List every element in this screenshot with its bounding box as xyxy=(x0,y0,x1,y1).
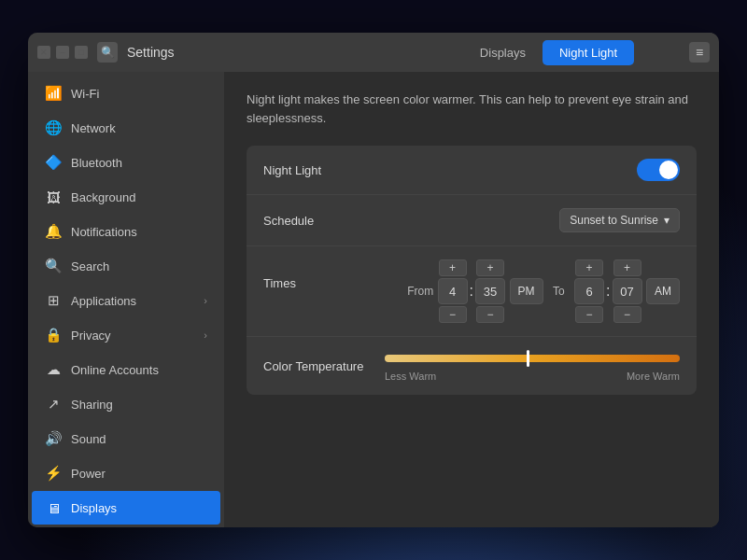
window-controls: ✕ – □ xyxy=(37,46,88,59)
sidebar-item-displays[interactable]: 🖥 Displays xyxy=(32,491,220,525)
power-icon: ⚡ xyxy=(45,465,62,482)
sidebar-item-bluetooth[interactable]: 🔷 Bluetooth xyxy=(32,146,220,179)
from-ampm-value[interactable]: PM xyxy=(510,278,543,304)
titlebar: ✕ – □ 🔍 Settings Displays Night Light ≡ xyxy=(28,33,719,72)
to-min-decrement[interactable]: − xyxy=(613,306,641,323)
chevron-right-icon: › xyxy=(204,329,207,341)
sharing-icon: ↗ xyxy=(45,396,62,413)
temperature-slider-group: Less Warm More Warm xyxy=(385,350,680,382)
background-icon: 🖼 xyxy=(45,189,62,205)
sound-icon: 🔊 xyxy=(45,430,62,447)
from-min-increment[interactable]: + xyxy=(476,259,504,276)
to-ampm-value[interactable]: AM xyxy=(646,278,680,304)
menu-button[interactable]: ≡ xyxy=(689,42,710,63)
privacy-icon: 🔒 xyxy=(45,327,62,343)
to-min-field: + 07 − xyxy=(613,259,642,323)
to-label: To xyxy=(553,285,565,298)
sidebar-item-wifi[interactable]: 📶 Wi-Fi xyxy=(32,77,220,110)
sidebar: 📶 Wi-Fi 🌐 Network 🔷 Bluetooth 🖼 Backgrou… xyxy=(28,72,224,527)
sidebar-item-power[interactable]: ⚡ Power xyxy=(32,456,220,490)
from-min-decrement[interactable]: − xyxy=(476,306,504,323)
more-warm-label: More Warm xyxy=(627,371,680,382)
night-light-toggle[interactable] xyxy=(637,159,680,181)
temperature-thumb[interactable] xyxy=(527,350,529,367)
times-label: Times xyxy=(263,259,385,290)
sidebar-item-label: Displays xyxy=(71,501,117,515)
minimize-button[interactable]: – xyxy=(56,46,69,59)
online-accounts-icon: ☁ xyxy=(45,361,62,378)
sidebar-item-search[interactable]: 🔍 Search xyxy=(32,249,220,283)
times-row: Times From + 4 − : + xyxy=(247,246,697,337)
color-temp-control: Less Warm More Warm xyxy=(385,350,680,382)
search-sidebar-icon: 🔍 xyxy=(45,258,62,274)
times-control: From + 4 − : + 35 − xyxy=(385,259,680,323)
sidebar-item-label: Power xyxy=(71,467,106,481)
bluetooth-icon: 🔷 xyxy=(45,154,62,171)
chevron-right-icon: › xyxy=(204,295,207,306)
sidebar-item-online-accounts[interactable]: ☁ Online Accounts xyxy=(32,353,220,386)
sidebar-item-background[interactable]: 🖼 Background xyxy=(32,180,220,214)
tab-bar: Displays Night Light xyxy=(408,40,689,65)
night-light-control xyxy=(385,159,680,181)
from-min-field: + 35 − xyxy=(475,259,505,323)
from-label: From xyxy=(407,285,433,298)
displays-icon: 🖥 xyxy=(45,499,62,516)
color-temp-label: Color Temperature xyxy=(263,359,385,373)
window-title: Settings xyxy=(127,45,408,60)
to-min-increment[interactable]: + xyxy=(613,259,641,276)
schedule-control: Sunset to Sunrise ▾ xyxy=(385,208,680,232)
sidebar-item-label: Privacy xyxy=(71,329,111,343)
from-hour-increment[interactable]: + xyxy=(439,259,467,276)
settings-panel: Night Light Schedule Sunset to Sunrise ▾ xyxy=(247,146,697,395)
from-hour-decrement[interactable]: − xyxy=(439,306,467,323)
sidebar-item-label: Applications xyxy=(71,294,136,308)
sidebar-item-label: Network xyxy=(71,121,116,135)
schedule-value: Sunset to Sunrise xyxy=(570,214,658,227)
sidebar-item-label: Online Accounts xyxy=(71,363,159,377)
temperature-labels: Less Warm More Warm xyxy=(385,371,680,382)
sidebar-item-label: Wi-Fi xyxy=(71,87,99,101)
from-hour-field: + 4 − xyxy=(438,259,468,323)
close-button[interactable]: ✕ xyxy=(37,46,50,59)
temperature-slider-wrap xyxy=(385,350,680,367)
colon-separator-2: : xyxy=(604,283,612,300)
night-light-description: Night light makes the screen color warme… xyxy=(247,91,697,127)
schedule-dropdown[interactable]: Sunset to Sunrise ▾ xyxy=(559,208,680,232)
toggle-knob xyxy=(659,161,678,179)
main-content: Night light makes the screen color warme… xyxy=(224,72,719,527)
sidebar-item-label: Notifications xyxy=(71,225,137,239)
sidebar-item-label: Sharing xyxy=(71,398,113,412)
maximize-button[interactable]: □ xyxy=(75,46,88,59)
sidebar-item-mouse[interactable]: 🖱 Mouse & Touchpad xyxy=(32,525,220,527)
schedule-label: Schedule xyxy=(263,214,385,228)
night-light-label: Night Light xyxy=(263,163,385,177)
tab-night-light[interactable]: Night Light xyxy=(543,40,634,65)
to-min-value[interactable]: 07 xyxy=(613,278,642,304)
colon-separator: : xyxy=(468,283,475,300)
sidebar-item-privacy[interactable]: 🔒 Privacy › xyxy=(32,318,220,352)
temperature-track[interactable] xyxy=(385,355,680,362)
sidebar-item-network[interactable]: 🌐 Network xyxy=(32,111,220,145)
from-hour-value[interactable]: 4 xyxy=(438,278,468,304)
color-temp-row: Color Temperature Less Warm More Warm xyxy=(247,337,697,395)
notifications-icon: 🔔 xyxy=(45,223,62,240)
sidebar-item-label: Search xyxy=(71,259,109,273)
sidebar-item-sound[interactable]: 🔊 Sound xyxy=(32,422,220,455)
sidebar-item-label: Bluetooth xyxy=(71,156,122,170)
app-body: 📶 Wi-Fi 🌐 Network 🔷 Bluetooth 🖼 Backgrou… xyxy=(28,72,719,527)
settings-window: ✕ – □ 🔍 Settings Displays Night Light ≡ … xyxy=(28,33,719,527)
to-hour-decrement[interactable]: − xyxy=(575,306,603,323)
to-hour-field: + 6 − xyxy=(574,259,604,323)
sidebar-item-label: Sound xyxy=(71,432,106,446)
night-light-row: Night Light xyxy=(247,146,697,195)
to-hour-increment[interactable]: + xyxy=(575,259,603,276)
from-min-value[interactable]: 35 xyxy=(475,278,505,304)
sidebar-item-notifications[interactable]: 🔔 Notifications xyxy=(32,215,220,248)
sidebar-item-sharing[interactable]: ↗ Sharing xyxy=(32,387,220,421)
less-warm-label: Less Warm xyxy=(385,371,436,382)
search-icon[interactable]: 🔍 xyxy=(97,42,118,63)
sidebar-item-applications[interactable]: ⊞ Applications › xyxy=(32,284,220,317)
to-hour-value[interactable]: 6 xyxy=(574,278,604,304)
tab-displays[interactable]: Displays xyxy=(463,40,543,65)
wifi-icon: 📶 xyxy=(45,85,62,102)
